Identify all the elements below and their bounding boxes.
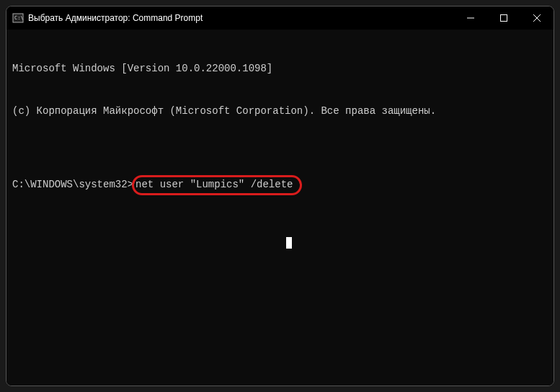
svg-rect-3: [501, 15, 507, 22]
command-highlight: net user "Lumpics" /delete: [132, 175, 302, 195]
command-line: C:\WINDOWS\system32>net user "Lumpics" /…: [12, 175, 548, 195]
window-title: Выбрать Администратор: Command Prompt: [28, 13, 454, 23]
typed-command: net user "Lumpics" /delete: [135, 178, 293, 192]
titlebar[interactable]: C:\ Выбрать Администратор: Command Promp…: [6, 6, 554, 30]
output-line-copyright: (c) Корпорация Майкрософт (Microsoft Cor…: [12, 104, 548, 119]
prompt-path: C:\WINDOWS\system32>: [12, 178, 133, 192]
svg-text:C:\: C:\: [14, 15, 24, 21]
minimize-button[interactable]: [454, 6, 487, 30]
maximize-button[interactable]: [487, 6, 520, 30]
command-prompt-window: C:\ Выбрать Администратор: Command Promp…: [6, 6, 554, 386]
output-line-version: Microsoft Windows [Version 10.0.22000.10…: [12, 62, 548, 76]
cmd-icon: C:\: [12, 12, 24, 24]
window-controls: [454, 6, 554, 30]
text-cursor: [286, 237, 292, 249]
terminal-output[interactable]: Microsoft Windows [Version 10.0.22000.10…: [6, 30, 554, 386]
close-button[interactable]: [520, 6, 554, 30]
